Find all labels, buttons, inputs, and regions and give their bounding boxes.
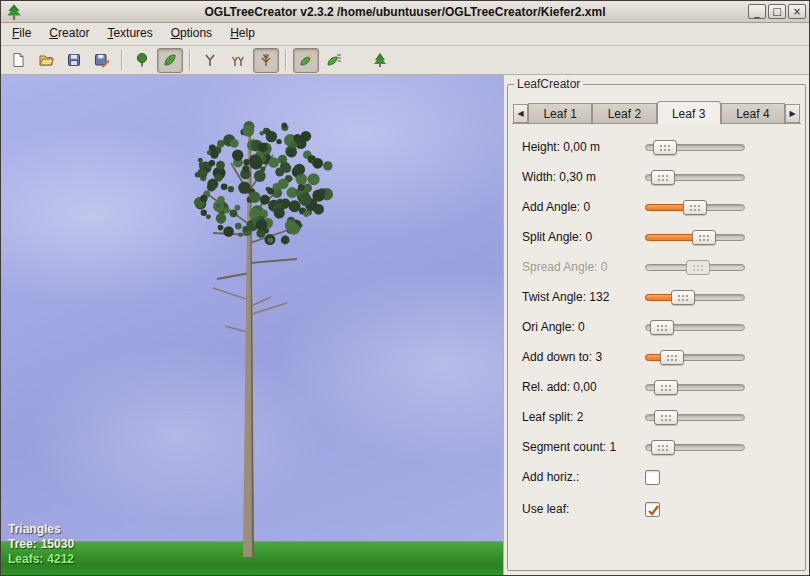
checkbox-row: Use leaf: xyxy=(522,500,745,518)
open-file-button[interactable] xyxy=(33,48,59,73)
leaf-controls: Height: 0,00 m Width: 0,30 m Add Angle: … xyxy=(512,123,801,518)
slider-row: Ori Angle: 0 xyxy=(522,318,745,336)
menu-help[interactable]: Help xyxy=(221,23,264,45)
leaf-sparkle-icon xyxy=(298,52,314,68)
new-file-button[interactable] xyxy=(5,48,31,73)
branch-icon xyxy=(202,52,218,68)
leaf-creator-button[interactable] xyxy=(157,48,183,73)
save-floppy-icon xyxy=(66,52,82,68)
slider-row: Width: 0,30 m xyxy=(522,168,745,186)
height-label: Height: 0,00 m xyxy=(522,140,645,154)
slider-row: Twist Angle: 132 xyxy=(522,288,745,306)
tree-creator-button[interactable] xyxy=(129,48,155,73)
segment-count-slider[interactable] xyxy=(645,439,745,456)
save-button[interactable] xyxy=(61,48,87,73)
rendered-tree xyxy=(1,75,503,575)
leaf-tabs: ◀ Leaf 1 Leaf 2 Leaf 3 Leaf 4 ▶ xyxy=(513,101,800,123)
menu-textures[interactable]: Textures xyxy=(98,23,161,45)
toolbar-separator xyxy=(121,50,123,70)
tab-scroll-left-button[interactable]: ◀ xyxy=(513,104,528,123)
tree-icon xyxy=(134,52,150,68)
slider-row: Rel. add: 0,00 xyxy=(522,378,745,396)
use-leaf-checkbox[interactable] xyxy=(645,502,660,517)
tab-leaf-2[interactable]: Leaf 2 xyxy=(592,103,656,123)
minimize-button[interactable]: _ xyxy=(748,4,766,19)
check-icon xyxy=(646,503,661,518)
add-angle-slider[interactable] xyxy=(645,199,745,216)
render-viewport[interactable]: Triangles Tree:15030 Leafs:4212 xyxy=(1,75,503,575)
branch-multi-icon xyxy=(258,52,274,68)
leaf-paint-button[interactable] xyxy=(293,48,319,73)
leaf-icon xyxy=(162,52,178,68)
branch-double-button[interactable] xyxy=(225,48,251,73)
rel-add-label: Rel. add: 0,00 xyxy=(522,380,645,394)
add-horiz-checkbox[interactable] xyxy=(645,470,660,485)
width-label: Width: 0,30 m xyxy=(522,170,645,184)
save-as-button[interactable] xyxy=(89,48,115,73)
slider-row: Add Angle: 0 xyxy=(522,198,745,216)
use-leaf-label: Use leaf: xyxy=(522,502,645,516)
slider-handle[interactable] xyxy=(650,320,674,335)
slider-row: Height: 0,00 m xyxy=(522,138,745,156)
menu-options[interactable]: Options xyxy=(162,23,221,45)
twist-angle-slider[interactable] xyxy=(645,289,745,306)
slider-handle[interactable] xyxy=(654,410,678,425)
width-slider[interactable] xyxy=(645,169,745,186)
slider-handle[interactable] xyxy=(651,170,675,185)
add-down-to-label: Add down to: 3 xyxy=(522,350,645,364)
leaf-split-label: Leaf split: 2 xyxy=(522,410,645,424)
split-angle-slider[interactable] xyxy=(645,229,745,246)
slider-handle[interactable] xyxy=(653,140,677,155)
save-as-icon xyxy=(94,52,110,68)
open-folder-icon xyxy=(38,52,54,68)
twist-angle-label: Twist Angle: 132 xyxy=(522,290,645,304)
slider-handle[interactable] xyxy=(660,350,684,365)
slider-row: Segment count: 1 xyxy=(522,438,745,456)
ori-angle-slider[interactable] xyxy=(645,319,745,336)
leaf-creator-panel: LeafCreator ◀ Leaf 1 Leaf 2 Leaf 3 Leaf … xyxy=(503,75,809,575)
slider-handle[interactable] xyxy=(683,200,707,215)
slider-row: Add down to: 3 xyxy=(522,348,745,366)
stats-leafs-line: Leafs:4212 xyxy=(8,552,74,567)
close-button[interactable]: × xyxy=(788,4,806,19)
slider-row: Split Angle: 0 xyxy=(522,228,745,246)
slider-handle[interactable] xyxy=(692,230,716,245)
slider-row: Leaf split: 2 xyxy=(522,408,745,426)
tab-scroll-right-button[interactable]: ▶ xyxy=(785,104,800,123)
tab-leaf-3[interactable]: Leaf 3 xyxy=(657,101,721,124)
leaf-style-button[interactable] xyxy=(321,48,347,73)
frame-label: LeafCreator xyxy=(514,77,583,91)
toolbar xyxy=(1,46,809,75)
split-angle-label: Split Angle: 0 xyxy=(522,230,645,244)
slider-handle[interactable] xyxy=(671,290,695,305)
render-tree-button[interactable] xyxy=(367,48,393,73)
stats-tree-line: Tree:15030 xyxy=(8,537,74,552)
add-down-to-slider[interactable] xyxy=(645,349,745,366)
spread-angle-slider xyxy=(645,259,745,276)
height-slider[interactable] xyxy=(645,139,745,156)
add-angle-label: Add Angle: 0 xyxy=(522,200,645,214)
branch-single-button[interactable] xyxy=(197,48,223,73)
leaf-creator-frame: LeafCreator ◀ Leaf 1 Leaf 2 Leaf 3 Leaf … xyxy=(507,77,806,571)
new-file-icon xyxy=(10,52,26,68)
tab-leaf-4[interactable]: Leaf 4 xyxy=(721,103,785,123)
segment-count-label: Segment count: 1 xyxy=(522,440,645,454)
slider-handle[interactable] xyxy=(654,380,678,395)
menu-creator[interactable]: Creator xyxy=(40,23,98,45)
menu-file[interactable]: File xyxy=(3,23,40,45)
add-horiz-label: Add horiz.: xyxy=(522,470,645,484)
leaf-lines-icon xyxy=(326,52,342,68)
menu-bar: File Creator Textures Options Help xyxy=(1,23,809,46)
app-window: OGLTreeCreator v2.3.2 /home/ubuntuuser/O… xyxy=(0,0,810,576)
toolbar-separator xyxy=(189,50,191,70)
spread-angle-label: Spread Angle: 0 xyxy=(522,260,645,274)
maximize-button[interactable]: □ xyxy=(768,4,786,19)
checkbox-row: Add horiz.: xyxy=(522,468,745,486)
tab-leaf-1[interactable]: Leaf 1 xyxy=(528,103,592,123)
title-bar[interactable]: OGLTreeCreator v2.3.2 /home/ubuntuuser/O… xyxy=(1,1,809,23)
slider-handle[interactable] xyxy=(651,440,675,455)
branch-multi-button[interactable] xyxy=(253,48,279,73)
conifer-tree-icon xyxy=(372,52,388,68)
leaf-split-slider[interactable] xyxy=(645,409,745,426)
rel-add-slider[interactable] xyxy=(645,379,745,396)
